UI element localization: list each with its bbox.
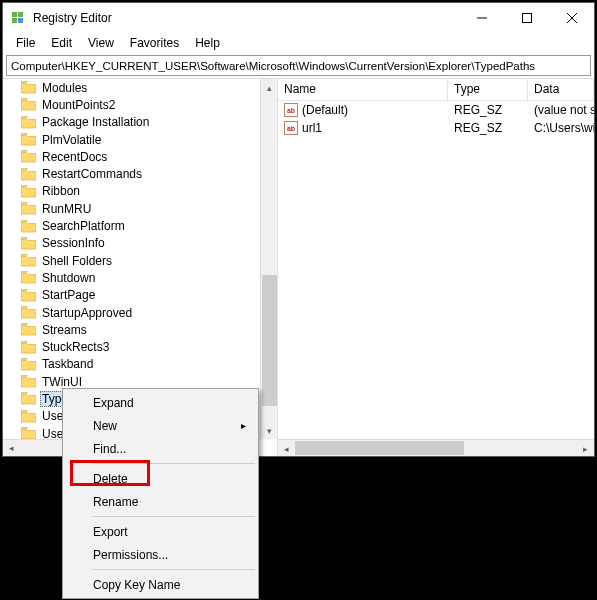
ctx-export[interactable]: Export xyxy=(65,520,256,543)
tree-item[interactable]: StartPage xyxy=(3,287,277,304)
ctx-delete[interactable]: Delete xyxy=(65,467,256,490)
minimize-button[interactable] xyxy=(459,3,504,33)
tree-item-label: StartupApproved xyxy=(40,306,134,320)
list-pane: Name Type Data ab(Default)REG_SZ(value n… xyxy=(278,79,594,456)
tree-item-label: Taskband xyxy=(40,357,95,371)
menu-edit[interactable]: Edit xyxy=(44,35,79,51)
ctx-permissions[interactable]: Permissions... xyxy=(65,543,256,566)
list-scroll-right-button[interactable]: ▸ xyxy=(577,440,594,456)
svg-rect-0 xyxy=(12,12,17,17)
value-data: (value not set) xyxy=(528,102,594,118)
tree-item[interactable]: RunMRU xyxy=(3,200,277,217)
tree-item[interactable]: MountPoints2 xyxy=(3,96,277,113)
tree-vscroll[interactable]: ▴ ▾ xyxy=(260,79,277,439)
list-row[interactable]: ab(Default)REG_SZ(value not set) xyxy=(278,101,594,119)
close-button[interactable] xyxy=(549,3,594,33)
list-hscroll-thumb[interactable] xyxy=(295,441,464,455)
tree-item[interactable]: Shell Folders xyxy=(3,252,277,269)
ctx-rename[interactable]: Rename xyxy=(65,490,256,513)
tree-item-label: Shutdown xyxy=(40,271,97,285)
tree-item[interactable]: PlmVolatile xyxy=(3,131,277,148)
menu-view[interactable]: View xyxy=(81,35,121,51)
tree-item-label: StartPage xyxy=(40,288,97,302)
window-title: Registry Editor xyxy=(33,11,459,25)
menubar: File Edit View Favorites Help xyxy=(3,33,594,53)
string-value-icon: ab xyxy=(284,121,298,135)
menu-help[interactable]: Help xyxy=(188,35,227,51)
ctx-expand[interactable]: Expand xyxy=(65,391,256,414)
svg-rect-5 xyxy=(522,14,531,23)
value-name: url1 xyxy=(302,121,322,135)
tree-item[interactable]: RecentDocs xyxy=(3,148,277,165)
tree-item[interactable]: Streams xyxy=(3,321,277,338)
app-icon xyxy=(11,10,27,26)
ctx-separator xyxy=(92,463,255,464)
tree-item[interactable]: StartupApproved xyxy=(3,304,277,321)
svg-rect-2 xyxy=(12,18,17,23)
ctx-copy-key-name[interactable]: Copy Key Name xyxy=(65,573,256,596)
tree-item-label: SessionInfo xyxy=(40,236,107,250)
scroll-left-button[interactable]: ◂ xyxy=(3,440,20,457)
tree-item-label: RestartCommands xyxy=(40,167,144,181)
tree-item[interactable]: Package Installation xyxy=(3,114,277,131)
ctx-find[interactable]: Find... xyxy=(65,437,256,460)
column-header-data[interactable]: Data xyxy=(528,79,594,100)
window-controls xyxy=(459,3,594,33)
tree-item-label: Streams xyxy=(40,323,89,337)
tree-item-label: Modules xyxy=(40,81,89,95)
list-header: Name Type Data xyxy=(278,79,594,101)
tree-item-label: PlmVolatile xyxy=(40,133,103,147)
tree-item[interactable]: SessionInfo xyxy=(3,235,277,252)
maximize-button[interactable] xyxy=(504,3,549,33)
scroll-up-button[interactable]: ▴ xyxy=(261,79,278,96)
titlebar[interactable]: Registry Editor xyxy=(3,3,594,33)
tree-item-label: RecentDocs xyxy=(40,150,109,164)
tree-item[interactable]: SearchPlatform xyxy=(3,217,277,234)
tree-item-label: SearchPlatform xyxy=(40,219,127,233)
tree-item[interactable]: StuckRects3 xyxy=(3,338,277,355)
list-hscroll[interactable]: ◂ ▸ xyxy=(278,439,594,456)
tree-item[interactable]: Modules xyxy=(3,79,277,96)
tree-item-label: Ribbon xyxy=(40,184,82,198)
scroll-down-button[interactable]: ▾ xyxy=(261,422,278,439)
list-scroll-left-button[interactable]: ◂ xyxy=(278,440,295,456)
tree-item[interactable]: Taskband xyxy=(3,356,277,373)
column-header-name[interactable]: Name xyxy=(278,79,448,100)
tree-item-label: TWinUI xyxy=(40,375,84,389)
svg-rect-1 xyxy=(18,12,23,17)
tree-item[interactable]: RestartCommands xyxy=(3,165,277,182)
value-type: REG_SZ xyxy=(448,120,528,136)
menu-favorites[interactable]: Favorites xyxy=(123,35,186,51)
tree-item-label: StuckRects3 xyxy=(40,340,111,354)
submenu-arrow-icon: ▸ xyxy=(241,420,246,431)
ctx-separator xyxy=(92,569,255,570)
tree-item-label: Shell Folders xyxy=(40,254,114,268)
ctx-new[interactable]: New▸ xyxy=(65,414,256,437)
vscroll-thumb[interactable] xyxy=(262,275,277,405)
svg-rect-3 xyxy=(18,18,23,23)
column-header-type[interactable]: Type xyxy=(448,79,528,100)
tree-item[interactable]: Shutdown xyxy=(3,269,277,286)
address-bar[interactable]: Computer\HKEY_CURRENT_USER\Software\Micr… xyxy=(6,55,591,76)
list-body: ab(Default)REG_SZ(value not set)aburl1RE… xyxy=(278,101,594,137)
value-type: REG_SZ xyxy=(448,102,528,118)
context-menu: Expand New▸ Find... Delete Rename Export… xyxy=(62,388,259,599)
tree-item-label: MountPoints2 xyxy=(40,98,117,112)
tree-item-label: RunMRU xyxy=(40,202,93,216)
value-data: C:\Users\winaero xyxy=(528,120,594,136)
menu-file[interactable]: File xyxy=(9,35,42,51)
value-name: (Default) xyxy=(302,103,348,117)
tree-item-label: Package Installation xyxy=(40,115,151,129)
tree-item[interactable]: Ribbon xyxy=(3,183,277,200)
string-value-icon: ab xyxy=(284,103,298,117)
address-path: Computer\HKEY_CURRENT_USER\Software\Micr… xyxy=(11,60,535,72)
list-row[interactable]: aburl1REG_SZC:\Users\winaero xyxy=(278,119,594,137)
ctx-separator xyxy=(92,516,255,517)
